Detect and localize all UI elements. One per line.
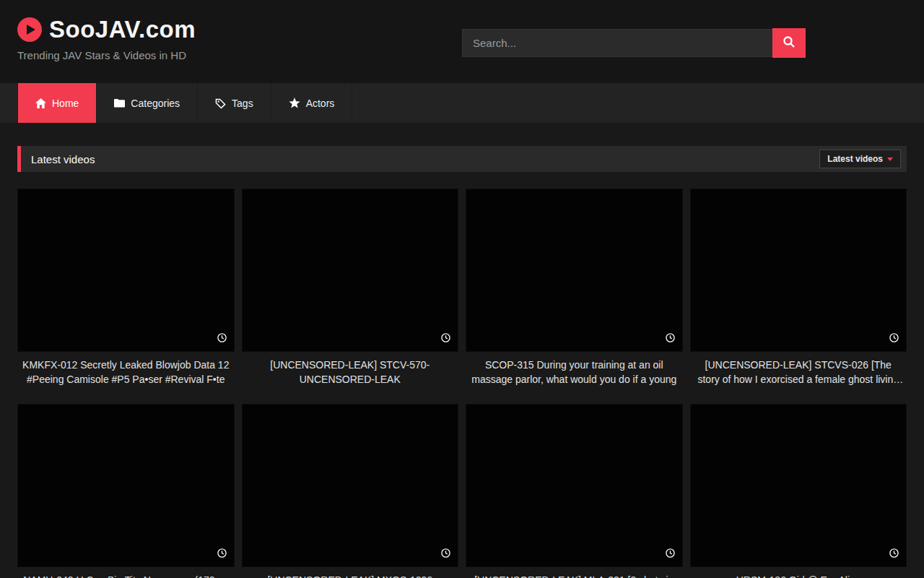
clock-icon <box>217 548 227 561</box>
video-thumbnail[interactable] <box>466 189 683 352</box>
video-card[interactable]: [UNCENSORED-LEAK] MXGS-1296 Absolutely <box>242 404 459 578</box>
video-grid: KMKFX-012 Secretly Leaked Blowjob Data 1… <box>17 189 907 578</box>
video-card[interactable]: [UNCENSORED-LEAK] STCV-570-UNCENSORED-LE… <box>242 189 459 397</box>
video-card[interactable]: URSM-186 Girl @ Era Alice <box>690 404 907 578</box>
sort-dropdown-label: Latest videos <box>827 154 883 164</box>
video-card[interactable]: [UNCENSORED-LEAK] MLA-231 [3 shots in <box>466 404 683 578</box>
clock-icon <box>889 332 899 345</box>
video-thumbnail[interactable] <box>242 404 459 567</box>
site-tagline: Trending JAV Stars & Videos in HD <box>17 49 196 61</box>
search-form <box>462 28 806 58</box>
video-title[interactable]: [UNCENSORED-LEAK] STCV-570-UNCENSORED-LE… <box>245 358 456 387</box>
clock-icon <box>441 548 450 561</box>
nav-item-tags[interactable]: Tags <box>198 83 271 123</box>
sort-dropdown[interactable]: Latest videos <box>819 150 901 168</box>
video-card[interactable]: [UNCENSORED-LEAK] STCVS-026 [The story o… <box>690 189 907 397</box>
video-title[interactable]: NAMH-042 H Cup Big Tits Newcomer (170cm … <box>20 573 232 578</box>
site-header: SooJAV.com Trending JAV Stars & Videos i… <box>0 0 924 83</box>
tag-icon <box>215 98 226 108</box>
nav-item-label: Actors <box>306 98 335 109</box>
main-nav: Home Categories Tags Actors <box>0 83 924 123</box>
nav-item-label: Tags <box>232 98 253 109</box>
star-icon <box>289 98 300 108</box>
clock-icon <box>889 548 899 561</box>
clock-icon <box>666 548 675 561</box>
search-button[interactable] <box>772 28 806 58</box>
section-title: Latest videos <box>31 153 95 165</box>
video-thumbnail[interactable] <box>466 404 683 567</box>
play-icon <box>17 17 42 42</box>
chevron-down-icon <box>887 158 893 161</box>
nav-item-actors[interactable]: Actors <box>271 83 353 123</box>
clock-icon <box>666 332 675 345</box>
latest-videos-header: Latest videos Latest videos <box>17 146 907 172</box>
video-thumbnail[interactable] <box>690 404 907 567</box>
video-title[interactable]: [UNCENSORED-LEAK] MXGS-1296 Absolutely <box>245 573 456 578</box>
video-card[interactable]: SCOP-315 During your training at an oil … <box>466 189 683 397</box>
site-title: SooJAV.com <box>49 16 196 43</box>
video-card[interactable]: NAMH-042 H Cup Big Tits Newcomer (170cm … <box>17 404 235 578</box>
video-thumbnail[interactable] <box>17 404 235 567</box>
video-title[interactable]: [UNCENSORED-LEAK] STCVS-026 [The story o… <box>693 358 905 387</box>
video-title[interactable]: [UNCENSORED-LEAK] MLA-231 [3 shots in <box>468 573 680 578</box>
folder-icon <box>114 98 125 108</box>
video-title[interactable]: URSM-186 Girl @ Era Alice <box>693 573 905 578</box>
video-title[interactable]: SCOP-315 During your training at an oil … <box>468 358 680 387</box>
nav-item-home[interactable]: Home <box>17 83 97 123</box>
home-icon <box>35 98 46 108</box>
video-thumbnail[interactable] <box>17 189 235 352</box>
nav-item-label: Home <box>52 98 79 109</box>
search-icon <box>783 35 796 51</box>
video-thumbnail[interactable] <box>242 189 459 352</box>
clock-icon <box>441 332 450 345</box>
video-card[interactable]: KMKFX-012 Secretly Leaked Blowjob Data 1… <box>17 189 235 397</box>
site-logo[interactable]: SooJAV.com <box>17 16 196 43</box>
nav-item-label: Categories <box>131 98 180 109</box>
video-title[interactable]: KMKFX-012 Secretly Leaked Blowjob Data 1… <box>20 358 232 387</box>
clock-icon <box>217 332 227 345</box>
video-thumbnail[interactable] <box>690 189 907 352</box>
nav-item-categories[interactable]: Categories <box>97 83 198 123</box>
search-input[interactable] <box>462 29 772 57</box>
